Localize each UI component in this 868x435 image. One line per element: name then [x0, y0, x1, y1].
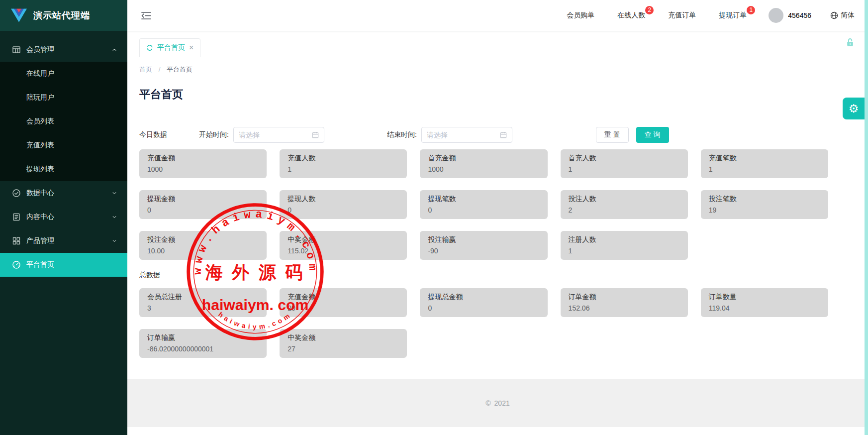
stat-value: 0 [147, 206, 259, 214]
filter-row: 今日数据 开始时间: 结束时间: [139, 127, 856, 143]
main-area: 会员购单在线人数2充值订单提现订单1 456456 简体 平台首页 × [127, 0, 868, 435]
stat-label: 中奖金额 [288, 235, 399, 244]
nav-item-member-orders[interactable]: 会员购单 [567, 11, 594, 20]
calendar-icon [312, 131, 319, 138]
start-date-input[interactable] [239, 131, 312, 139]
nav-item-online-count[interactable]: 在线人数2 [617, 11, 645, 20]
stat-label: 提现人数 [288, 195, 399, 204]
tab-close-icon[interactable]: × [189, 44, 193, 52]
sidebar-item-data-center[interactable]: 数据中心 [0, 181, 127, 205]
sidebar-subitem-member-list[interactable]: 会员列表 [0, 109, 127, 133]
sidebar-subitem-label: 陪玩用户 [26, 93, 54, 102]
sidebar-subitem-label: 充值列表 [26, 141, 54, 150]
sidebar-item-platform-home[interactable]: 平台首页 [0, 253, 127, 277]
total-section-label: 总数据 [139, 271, 856, 280]
stat-label: 投注输赢 [428, 235, 539, 244]
stat-value: 3 [147, 304, 259, 312]
end-date-input[interactable] [427, 131, 500, 139]
stat-value: 19 [709, 206, 820, 214]
stat-label: 充值笔数 [709, 154, 820, 163]
username: 456456 [788, 11, 811, 19]
nav-item-recharge-orders[interactable]: 充值订单 [668, 11, 696, 20]
check-circle-icon [12, 189, 21, 198]
refresh-icon[interactable] [146, 44, 153, 51]
breadcrumb-separator: / [159, 66, 161, 73]
sidebar-subitem-online-users[interactable]: 在线用户 [0, 62, 127, 86]
start-date-picker[interactable] [233, 127, 324, 143]
stat-value: 1 [569, 247, 680, 255]
app-title: 演示站代理端 [33, 9, 90, 21]
stat-card: 首充金额 1000 [420, 149, 547, 178]
sidebar-subitem-label: 提现列表 [26, 165, 54, 174]
nav-item-withdraw-orders[interactable]: 提现订单1 [719, 11, 747, 20]
stat-card: 充值金额 1000 [139, 149, 267, 178]
stat-card: 充值笔数 1 [701, 149, 828, 178]
end-time-label: 结束时间: [387, 130, 417, 139]
copyright-icon: © [485, 399, 490, 407]
sidebar-subitem-withdraw-list[interactable]: 提现列表 [0, 157, 127, 181]
tab-platform-home[interactable]: 平台首页 × [139, 38, 200, 57]
stat-label: 首充金额 [428, 154, 539, 163]
stat-card: 首充人数 1 [561, 149, 688, 178]
total-stats-grid: 会员总注册 3充值金额 20提现总金额 0订单金额 152.06订单数量 119… [139, 288, 828, 358]
sidebar-item-label: 内容中心 [26, 213, 54, 221]
top-header: 会员购单在线人数2充值订单提现订单1 456456 简体 [127, 0, 868, 31]
stat-label: 投注金额 [147, 235, 259, 244]
stat-card: 注册人数 1 [561, 231, 688, 260]
tab-label: 平台首页 [157, 43, 185, 52]
sidebar-subitem-recharge-list[interactable]: 充值列表 [0, 133, 127, 157]
page-title: 平台首页 [139, 87, 856, 102]
menu-fold-icon[interactable] [141, 11, 151, 20]
stat-card: 充值人数 1 [280, 149, 407, 178]
stat-label: 订单数量 [709, 293, 820, 302]
dashboard-icon [12, 260, 21, 269]
stat-value: 152.06 [569, 304, 680, 312]
lock-icon[interactable] [845, 37, 855, 47]
stat-label: 充值人数 [288, 154, 399, 163]
end-date-picker[interactable] [421, 127, 512, 143]
sidebar-item-product-management[interactable]: 产品管理 [0, 229, 127, 253]
chevron-up-icon [111, 47, 117, 53]
stat-card: 中奖金额 115.02 [280, 231, 407, 260]
sidebar-item-label: 数据中心 [26, 189, 54, 198]
stat-label: 投注笔数 [709, 195, 820, 204]
avatar [769, 8, 783, 23]
language-switch[interactable]: 简体 [830, 11, 855, 20]
sidebar-subitem-companion-users[interactable]: 陪玩用户 [0, 86, 127, 109]
today-stats-grid: 充值金额 1000充值人数 1首充金额 1000首充人数 1充值笔数 1提现金额… [139, 149, 828, 260]
breadcrumb-current: 平台首页 [167, 66, 193, 73]
stat-label: 投注人数 [569, 195, 680, 204]
stat-card: 会员总注册 3 [139, 288, 267, 317]
document-icon [12, 213, 21, 221]
stat-label: 首充人数 [569, 154, 680, 163]
stat-label: 订单输赢 [147, 333, 259, 342]
stat-card: 提现人数 0 [280, 190, 407, 219]
sidebar-item-label: 产品管理 [26, 236, 54, 245]
settings-gear-button[interactable]: ⚙ [843, 98, 865, 119]
sidebar: 演示站代理端 会员管理在线用户陪玩用户会员列表充值列表提现列表 数据中心 内容中… [0, 0, 127, 435]
copyright-year: 2021 [494, 399, 510, 407]
stat-value: 0 [428, 206, 539, 214]
stat-value: 20 [288, 304, 399, 312]
reset-button[interactable]: 重 置 [596, 127, 629, 143]
sidebar-subitem-label: 会员列表 [26, 117, 54, 126]
gear-icon: ⚙ [849, 102, 859, 115]
sidebar-item-content-center[interactable]: 内容中心 [0, 205, 127, 229]
stat-label: 提现总金额 [428, 293, 539, 302]
breadcrumb-home[interactable]: 首页 [139, 66, 152, 73]
stat-value: 1 [709, 165, 820, 173]
footer: © 2021 [127, 379, 868, 427]
scrollbar[interactable] [865, 0, 868, 435]
stat-card: 订单金额 152.06 [561, 288, 688, 317]
bottom-strip [127, 427, 868, 435]
stat-value: 1000 [147, 165, 259, 173]
stat-card: 投注输赢 -90 [420, 231, 547, 260]
stat-card: 订单输赢 -86.02000000000001 [139, 329, 267, 358]
query-button[interactable]: 查 询 [636, 127, 669, 143]
stat-card: 提现笔数 0 [420, 190, 547, 219]
user-menu[interactable]: 456456 [769, 8, 811, 23]
sidebar-item-label: 平台首页 [26, 260, 54, 269]
sidebar-item-member-management[interactable]: 会员管理 [0, 38, 127, 62]
nav-item-label: 充值订单 [668, 11, 696, 19]
sidebar-submenu: 在线用户陪玩用户会员列表充值列表提现列表 [0, 62, 127, 181]
